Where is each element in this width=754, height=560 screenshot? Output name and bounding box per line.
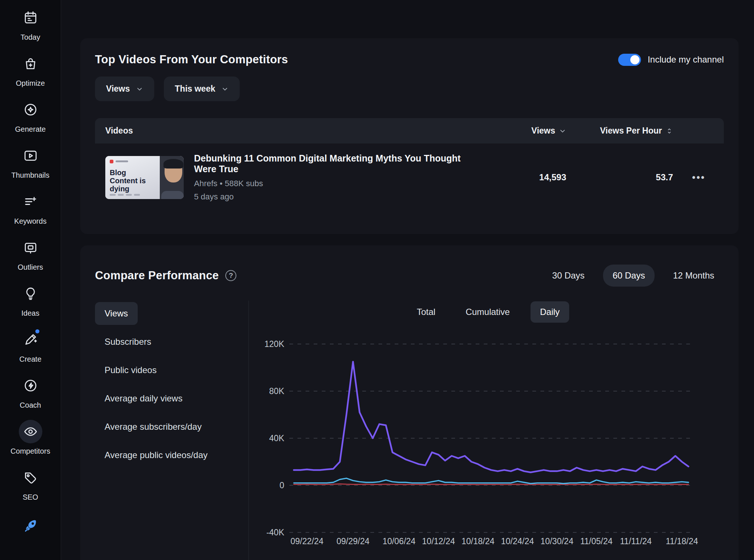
x-tick-label: 10/06/24 <box>383 536 416 546</box>
top-videos-title: Top Videos From Your Competitors <box>95 53 288 66</box>
ideas-icon <box>19 282 42 305</box>
create-icon <box>19 328 42 351</box>
thumbnail-text: Blog Content is dying <box>110 169 155 193</box>
sidebar-item-outliers[interactable]: Outliers <box>0 236 61 282</box>
video-thumbnail[interactable]: Blog Content is dying <box>105 156 184 199</box>
videos-table: Videos Views Views Per Hour <box>95 118 724 211</box>
metric-average-subscribers-day[interactable]: Average subscribers/day <box>95 415 211 438</box>
y-tick-label: 120K <box>264 339 284 349</box>
header-vph-sort[interactable]: Views Per Hour <box>566 126 684 136</box>
range-tab-12-months[interactable]: 12 Months <box>663 265 724 287</box>
sidebar-item-label: Ideas <box>21 309 39 318</box>
mode-tab-cumulative[interactable]: Cumulative <box>456 301 519 323</box>
sidebar-item-boost[interactable] <box>0 514 61 560</box>
sidebar-item-label: Today <box>21 33 40 42</box>
video-vph-value: 53.7 <box>656 172 673 182</box>
chart-line-series-red <box>294 484 688 485</box>
x-tick-label: 11/18/24 <box>666 536 698 546</box>
timeframe-filter-dropdown[interactable]: This week <box>164 77 240 101</box>
sidebar: Today Optimize Generate Thumbnails Keywo <box>0 0 61 560</box>
include-my-channel-toggle[interactable] <box>618 54 641 66</box>
sidebar-item-keywords[interactable]: Keywords <box>0 190 61 236</box>
sidebar-item-create[interactable]: Create <box>0 328 61 374</box>
sidebar-item-label: Generate <box>15 125 46 134</box>
keywords-icon <box>19 190 42 213</box>
video-title-link[interactable]: Debunking 11 Common Digital Marketing My… <box>194 153 482 174</box>
calendar-icon <box>19 6 42 29</box>
x-tick-label: 10/24/24 <box>501 536 534 546</box>
x-tick-label: 11/11/24 <box>620 536 652 546</box>
mode-tab-total[interactable]: Total <box>407 301 445 323</box>
header-views-label: Views <box>531 126 555 136</box>
sidebar-item-label: Keywords <box>14 217 47 226</box>
y-tick-label: 80K <box>269 386 285 396</box>
thumbnail-bars <box>110 194 140 196</box>
compare-title: Compare Performance <box>95 269 219 282</box>
chevron-down-icon <box>221 85 229 93</box>
eye-icon <box>19 420 42 443</box>
sidebar-item-label: Optimize <box>16 79 45 88</box>
mode-tab-daily[interactable]: Daily <box>531 301 569 323</box>
x-tick-label: 10/12/24 <box>422 536 455 546</box>
optimize-icon <box>19 52 42 75</box>
y-tick-label: 0 <box>279 481 284 490</box>
row-menu-button[interactable]: ••• <box>692 172 705 183</box>
x-tick-label: 10/18/24 <box>462 536 495 546</box>
range-tab-30-days[interactable]: 30 Days <box>543 265 594 287</box>
range-tabs: 30 Days 60 Days 12 Months <box>543 265 724 287</box>
filter-label: This week <box>175 84 215 94</box>
video-age: 5 days ago <box>194 192 482 202</box>
thumbnail-logo-line <box>116 160 128 162</box>
metric-views[interactable]: Views <box>95 302 138 325</box>
y-tick-label: 40K <box>269 433 285 443</box>
metric-average-public-videos-day[interactable]: Average public videos/day <box>95 444 217 467</box>
thumbnail-art: Blog Content is dying <box>105 156 160 199</box>
sort-icon <box>666 127 673 135</box>
chart-line-series-purple <box>294 362 688 472</box>
video-views-value: 14,593 <box>539 172 566 182</box>
notification-dot <box>35 329 39 333</box>
metric-average-daily-views[interactable]: Average daily views <box>95 387 192 410</box>
table-row[interactable]: Blog Content is dying Debunking 11 Commo… <box>95 143 724 211</box>
sidebar-item-coach[interactable]: Coach <box>0 374 61 420</box>
thumbnails-icon <box>19 144 42 167</box>
metric-public-videos[interactable]: Public videos <box>95 359 166 382</box>
sidebar-item-ideas[interactable]: Ideas <box>0 282 61 328</box>
metric-list: Views Subscribers Public videos Average … <box>95 301 249 560</box>
metric-subscribers[interactable]: Subscribers <box>95 330 161 353</box>
filter-label: Views <box>106 84 130 94</box>
thumbnail-person <box>160 156 184 199</box>
sidebar-item-thumbnails[interactable]: Thumbnails <box>0 144 61 190</box>
sidebar-item-today[interactable]: Today <box>0 6 61 52</box>
sidebar-item-label: Outliers <box>18 263 43 272</box>
thumbnail-logo-dot <box>110 160 113 163</box>
sidebar-item-label: Thumbnails <box>11 171 49 180</box>
header-views-sort[interactable]: Views <box>482 126 566 136</box>
toggle-knob <box>630 55 640 64</box>
sidebar-item-label: Coach <box>20 401 41 410</box>
video-channel: Ahrefs • 588K subs <box>194 179 482 188</box>
main-content: Top Videos From Your Competitors Include… <box>61 0 754 560</box>
sidebar-item-competitors[interactable]: Competitors <box>0 420 61 466</box>
videos-table-header: Videos Views Views Per Hour <box>95 118 724 143</box>
sidebar-item-optimize[interactable]: Optimize <box>0 52 61 98</box>
header-videos: Videos <box>105 126 482 136</box>
metric-filter-dropdown[interactable]: Views <box>95 77 154 101</box>
y-tick-label: -40K <box>266 528 284 537</box>
chevron-down-icon <box>559 127 566 135</box>
sidebar-item-seo[interactable]: SEO <box>0 466 61 512</box>
header-vph-label: Views Per Hour <box>600 126 662 136</box>
top-videos-card: Top Videos From Your Competitors Include… <box>80 38 739 234</box>
range-tab-60-days[interactable]: 60 Days <box>603 265 655 287</box>
sidebar-item-generate[interactable]: Generate <box>0 98 61 144</box>
outliers-icon <box>19 236 42 259</box>
help-icon[interactable]: ? <box>225 270 236 281</box>
sidebar-item-label: SEO <box>22 493 38 501</box>
tag-icon <box>19 466 42 489</box>
mode-tabs: Total Cumulative Daily <box>253 301 724 323</box>
app-window: Today Optimize Generate Thumbnails Keywo <box>0 0 754 560</box>
chevron-down-icon <box>136 85 143 93</box>
compare-performance-card: Compare Performance ? 30 Days 60 Days 12… <box>80 245 739 560</box>
generate-icon <box>19 98 42 121</box>
x-tick-label: 09/22/24 <box>290 536 324 546</box>
